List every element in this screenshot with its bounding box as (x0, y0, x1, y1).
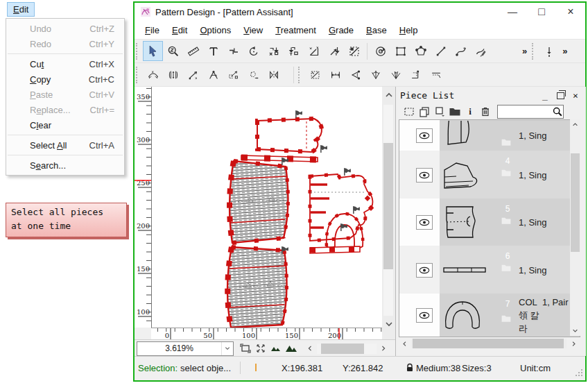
fan-spread-tool-button[interactable] (365, 65, 386, 85)
scrollbar-track[interactable] (411, 339, 567, 348)
folder-icon[interactable] (447, 105, 462, 119)
compass-tool-button[interactable] (370, 41, 390, 61)
canvas-vertical-scrollbar[interactable] (382, 87, 395, 339)
drop-point-tool-button[interactable] (539, 41, 559, 61)
dart-left-tool-button[interactable] (345, 65, 365, 85)
full-extent-button[interactable] (253, 341, 268, 355)
text-tool-button[interactable] (203, 41, 223, 61)
info-button[interactable]: i (462, 105, 478, 119)
menu-item-search[interactable]: Search... (6, 158, 124, 173)
menu-item-paste[interactable]: PasteCtrl+V (6, 87, 124, 102)
list-item[interactable]: 7 COL 1, Pair 領 칼 라 (399, 294, 580, 337)
maximize-button[interactable]: □ (527, 3, 556, 21)
dart-rotate-tool-button[interactable] (203, 65, 223, 85)
list-horizontal-scrollbar[interactable] (399, 337, 579, 350)
menu-item-cut[interactable]: CutCtrl+X (6, 56, 124, 71)
zoom-in-mountains-button[interactable] (284, 341, 299, 355)
menu-file[interactable]: File (139, 23, 166, 37)
menu-edit[interactable]: Edit (166, 23, 193, 37)
zoom-tool-button[interactable] (163, 41, 183, 61)
list-item[interactable]: 1, Sing (399, 120, 580, 151)
menu-options[interactable]: Options (193, 23, 237, 37)
panel-close-button[interactable]: × (568, 89, 583, 103)
pattern-canvas[interactable] (151, 87, 383, 328)
corner-tool-button[interactable] (406, 65, 426, 85)
list-item[interactable]: 6 1, Sing (399, 246, 580, 294)
mirror-tool-button[interactable] (263, 65, 284, 85)
point-arrow-tool-button[interactable] (183, 65, 203, 85)
menu-item-replace[interactable]: Replace...Ctrl+= (6, 102, 124, 117)
menu-item-redo[interactable]: RedoCtrl+Y (6, 36, 124, 51)
scroll-right-icon[interactable] (568, 338, 579, 350)
visibility-toggle[interactable] (416, 128, 433, 143)
seam-allowance-tool-button[interactable] (305, 65, 325, 85)
menu-grade[interactable]: Grade (322, 23, 360, 37)
list-vertical-scrollbar[interactable] (570, 119, 580, 336)
width-adjust-tool-button[interactable] (325, 65, 345, 85)
toolbar-grip[interactable] (136, 67, 141, 83)
toolbar-grip[interactable] (532, 43, 537, 60)
hem-tool-button[interactable] (426, 65, 446, 85)
rotate-tool-button[interactable] (243, 41, 263, 61)
minimize-button[interactable]: — (498, 3, 527, 21)
zoom-out-mountains-button[interactable] (268, 341, 284, 355)
search-icon[interactable] (552, 106, 563, 117)
scrollbar-thumb[interactable] (321, 344, 364, 354)
toolbar-overflow-chevron[interactable]: » (519, 46, 530, 56)
menu-base[interactable]: Base (360, 23, 393, 37)
pen-tool-button[interactable] (471, 41, 491, 61)
marquee-select-button[interactable] (401, 105, 417, 119)
rectangle-tool-button[interactable] (390, 41, 410, 61)
visibility-toggle[interactable] (416, 263, 433, 278)
scrollbar-thumb[interactable] (383, 143, 393, 269)
piece-search-box[interactable] (497, 105, 564, 119)
visibility-toggle[interactable] (416, 168, 433, 183)
duplicate-piece-button[interactable] (432, 105, 447, 119)
visibility-toggle[interactable] (416, 215, 433, 230)
move-x-tool-button[interactable] (263, 41, 284, 61)
list-item[interactable]: 4 1, Sing (399, 151, 580, 198)
move-points-tool-button[interactable] (223, 65, 243, 85)
point-move-tool-button[interactable] (324, 41, 344, 61)
menu-help[interactable]: Help (393, 23, 424, 37)
skew-tool-button[interactable] (344, 41, 364, 61)
resize-grip[interactable] (576, 369, 584, 378)
menu-treatment[interactable]: Treatment (269, 23, 322, 37)
pleat-tool-button[interactable] (163, 65, 183, 85)
curve-tool-button[interactable] (451, 41, 471, 61)
line-tool-button[interactable] (431, 41, 451, 61)
menu-item-clear[interactable]: Clear (6, 117, 124, 133)
delete-piece-button[interactable] (478, 105, 493, 119)
copy-shape-tool-button[interactable] (243, 65, 263, 85)
scroll-down-icon[interactable] (382, 319, 395, 330)
title-bar[interactable]: Pattern Design - [Pattern Assisant] — □ … (135, 3, 585, 21)
panel-collapse-chevron-icon[interactable] (382, 90, 395, 101)
menu-item-copy[interactable]: CopyCtrl+C (6, 71, 124, 87)
fan-dart-tool-button[interactable] (386, 65, 406, 85)
scroll-up-icon[interactable] (570, 119, 580, 130)
copy-piece-button[interactable] (417, 105, 432, 119)
scroll-left-icon[interactable] (304, 343, 315, 355)
panel-minimize-button[interactable]: _ (537, 89, 553, 103)
menu-view[interactable]: View (237, 23, 269, 37)
scrollbar-thumb[interactable] (571, 153, 580, 252)
close-button[interactable]: × (556, 3, 585, 21)
polygon-tool-button[interactable] (410, 41, 431, 61)
angle-tool-button[interactable] (304, 41, 324, 61)
scrollbar-thumb[interactable] (413, 339, 564, 348)
canvas-horizontal-scrollbar[interactable] (317, 344, 377, 354)
zoom-combobox[interactable]: 3.619% (137, 341, 234, 356)
measure-tool-button[interactable] (183, 41, 203, 61)
zoom-dropdown-chevron-icon[interactable] (221, 342, 233, 355)
piece-list[interactable]: 1, Sing 4 1, Sing (399, 119, 580, 337)
toolbar-grip[interactable] (136, 43, 141, 60)
curve-adjust-tool-button[interactable] (143, 65, 163, 85)
menu-item-undo[interactable]: UndoCtrl+Z (6, 21, 124, 36)
select-tool-button[interactable] (143, 41, 163, 61)
fit-page-button[interactable] (238, 341, 253, 355)
edit-menu-trigger[interactable]: Edit (7, 2, 35, 17)
scroll-down-icon[interactable] (570, 325, 580, 336)
menu-item-select-all[interactable]: Select AllCtrl+A (6, 137, 124, 153)
toolbar-grip[interactable] (298, 67, 303, 83)
visibility-toggle[interactable] (416, 308, 433, 323)
